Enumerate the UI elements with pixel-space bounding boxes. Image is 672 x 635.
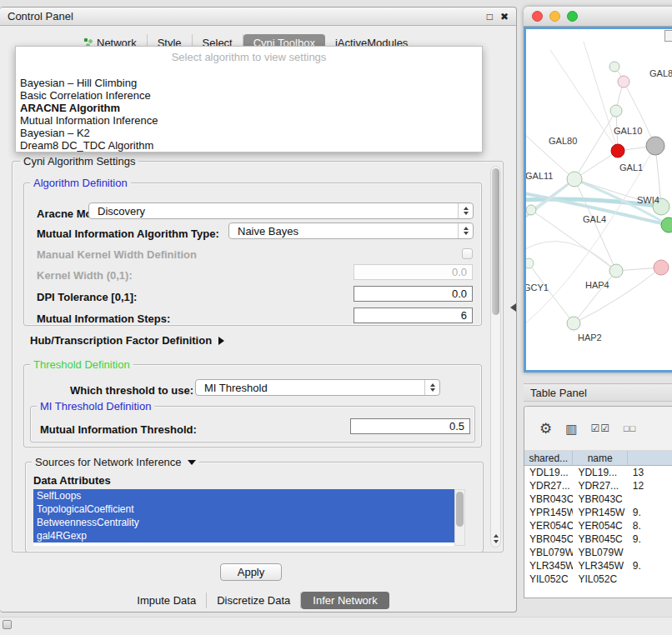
table-rows: YDL19...YDL19...13YDR27...YDR27...12YBR0… <box>524 466 672 598</box>
network-node[interactable] <box>611 144 624 158</box>
table-cell: 8. <box>628 519 672 532</box>
table-row[interactable]: YLR345WYLR345W9. <box>524 559 672 572</box>
table-column-header[interactable] <box>628 451 672 465</box>
bottom-tab-infer-network[interactable]: Infer Network <box>301 592 389 609</box>
select-all-icon[interactable]: ☑☑ <box>590 423 610 433</box>
algorithm-option-dream8-dc-tdc-algorithm[interactable]: Dream8 DC_TDC Algorithm <box>16 139 482 152</box>
network-edge[interactable] <box>526 241 616 271</box>
clear-selection-icon[interactable]: □□ <box>624 424 636 433</box>
attribute-list-item[interactable]: TopologicalCoefficient <box>33 502 454 516</box>
sources-title[interactable]: Sources for Network Inference <box>32 456 199 468</box>
network-edge[interactable] <box>584 42 618 151</box>
network-overview-box[interactable] <box>664 30 672 42</box>
control-panel-titlebar[interactable]: Control Panel □ ✖ <box>0 8 516 26</box>
algorithm-option-aracne-algorithm[interactable]: ARACNE Algorithm <box>16 102 482 114</box>
table-row[interactable]: YER054CYER054C8. <box>524 519 672 532</box>
bottom-tab-discretize-data[interactable]: Discretize Data <box>207 592 301 608</box>
mi-threshold-field[interactable] <box>350 418 470 434</box>
dpi-tolerance-field[interactable] <box>354 286 473 302</box>
network-node[interactable] <box>646 137 664 155</box>
manual-kernel-width-checkbox[interactable] <box>462 248 473 259</box>
table-row[interactable]: YBR045CYBR045C9. <box>524 532 672 546</box>
network-node[interactable] <box>567 317 580 330</box>
node-label: GAL80 <box>549 136 577 146</box>
zoom-traffic-light-icon[interactable] <box>567 11 578 22</box>
apply-button[interactable]: Apply <box>220 563 282 581</box>
network-node[interactable] <box>654 260 669 275</box>
algorithm-option-basic-correlation-inference[interactable]: Basic Correlation Inference <box>16 89 482 102</box>
table-row[interactable]: YBR043CYBR043C <box>524 492 672 506</box>
attribute-list[interactable]: SelfLoopsTopologicalCoefficientBetweenne… <box>33 489 454 546</box>
network-node[interactable] <box>609 264 623 278</box>
table-column-header[interactable]: shared... <box>524 451 573 465</box>
network-node[interactable] <box>567 172 582 187</box>
network-edge[interactable] <box>574 111 616 179</box>
gear-icon[interactable]: ⚙ <box>539 422 552 436</box>
network-edge[interactable] <box>574 179 616 271</box>
settings-scrollbar[interactable] <box>490 166 501 548</box>
columns-icon[interactable]: ▥ <box>565 422 577 435</box>
network-node[interactable] <box>526 205 536 215</box>
table-column-header[interactable]: name <box>573 451 628 465</box>
mi-steps-field[interactable] <box>354 308 473 323</box>
scrollbar-thumb[interactable] <box>456 492 464 527</box>
desktop: Control Panel □ ✖ NetworkStyleSelectCyni… <box>0 0 672 635</box>
network-graph[interactable]: GAL8GAL80GAL10GAL11GAL1SWI4GAL4GCY1HAP4H… <box>526 29 672 370</box>
attribute-list-scrollbar[interactable] <box>454 489 465 546</box>
collapse-down-icon[interactable] <box>188 460 196 465</box>
scrollbar-thumb[interactable] <box>492 168 499 315</box>
network-view-window: GAL8GAL80GAL10GAL11GAL1SWI4GAL4GCY1HAP4H… <box>524 7 672 372</box>
data-attributes-label: Data Attributes <box>33 474 111 487</box>
node-label: SWI4 <box>637 195 659 205</box>
table-cell: YBR045C <box>524 532 573 546</box>
table-row[interactable]: YDL19...YDL19...13 <box>524 466 672 479</box>
algorithm-option-bayesian-hill-climbing[interactable]: Bayesian – Hill Climbing <box>16 77 482 89</box>
algorithm-definition-title: Algorithm Definition <box>30 177 131 189</box>
threshold-definition-title: Threshold Definition <box>30 358 133 371</box>
bottom-tab-impute-data[interactable]: Impute Data <box>127 592 207 608</box>
table-cell: 9. <box>628 559 672 572</box>
split-pane-collapse-icon[interactable] <box>510 303 516 312</box>
float-window-icon[interactable]: □ <box>487 12 493 22</box>
kernel-width-field[interactable] <box>354 264 473 280</box>
table-cell: YDL19... <box>573 466 627 479</box>
scrollbar-arrows[interactable] <box>491 534 500 543</box>
table-row[interactable]: YBL079WYBL079W <box>524 546 672 559</box>
mi-algorithm-type-select[interactable]: Naive Bayes <box>228 222 474 239</box>
attribute-list-item[interactable]: BetweennessCentrality <box>33 516 454 529</box>
table-row[interactable]: YDR27...YDR27...12 <box>524 479 672 492</box>
table-row[interactable]: YIL052CYIL052C <box>524 572 672 586</box>
table-cell: YPR145W <box>573 506 627 519</box>
network-edge[interactable] <box>624 82 655 146</box>
attribute-list-item[interactable]: SelfLoops <box>33 489 454 502</box>
network-node[interactable] <box>609 62 619 72</box>
table-panel-header[interactable]: Table Panel <box>524 383 672 402</box>
aracne-mode-select[interactable]: Discovery <box>88 202 474 219</box>
network-window-titlebar[interactable] <box>524 7 672 27</box>
network-node[interactable] <box>610 105 622 117</box>
table-cell: YBR045C <box>573 532 627 546</box>
network-edge[interactable] <box>574 271 616 323</box>
table-cell <box>628 492 672 506</box>
table-cell <box>628 546 672 559</box>
network-node[interactable] <box>661 218 672 232</box>
table-cell: YBL079W <box>573 546 627 559</box>
table-row[interactable]: YPR145WYPR145W9. <box>524 506 672 519</box>
bottom-left-panel-icon[interactable] <box>3 620 12 629</box>
table-cell: YBL079W <box>524 546 573 559</box>
algorithm-option-bayesian-k2[interactable]: Bayesian – K2 <box>16 127 482 139</box>
minimize-traffic-light-icon[interactable] <box>549 11 560 22</box>
node-label: HAP2 <box>578 332 602 342</box>
which-threshold-select[interactable]: MI Threshold <box>195 379 440 396</box>
expand-right-icon[interactable] <box>218 337 224 345</box>
network-node[interactable] <box>618 76 629 88</box>
network-node[interactable] <box>526 258 534 268</box>
hub-definition-section[interactable]: Hub/Transcription Factor Definition <box>30 334 224 347</box>
algorithm-option-mutual-information-inference[interactable]: Mutual Information Inference <box>16 114 482 127</box>
combo-arrows-icon <box>458 223 473 238</box>
table-cell: YBR043C <box>524 492 573 506</box>
close-window-icon[interactable]: ✖ <box>500 12 509 22</box>
attribute-list-item[interactable]: gal4RGexp <box>33 529 454 542</box>
node-label: GCY1 <box>526 282 549 292</box>
close-traffic-light-icon[interactable] <box>532 11 543 22</box>
